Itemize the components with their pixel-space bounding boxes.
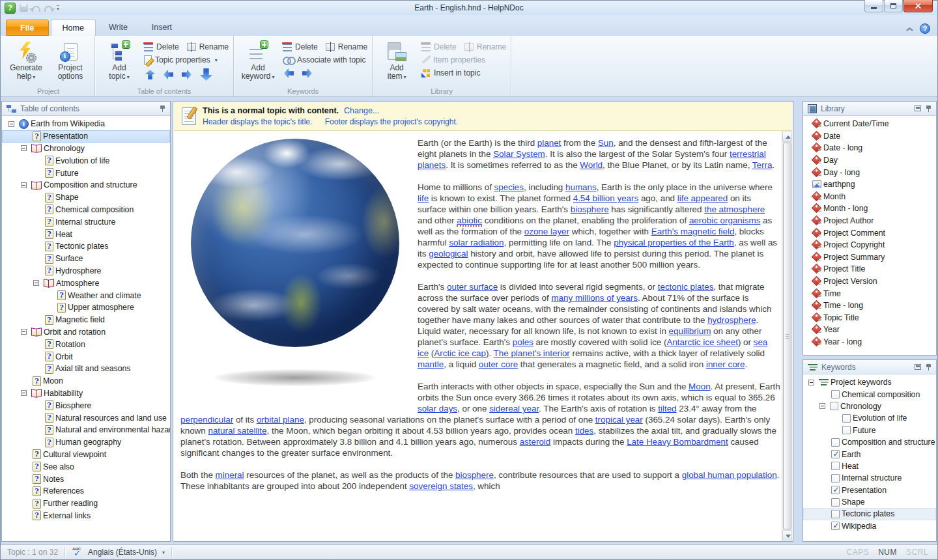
restore-button[interactable] (884, 0, 903, 12)
minimize-panel-icon[interactable] (915, 105, 921, 111)
keyword-item[interactable]: Shape (803, 496, 936, 508)
collapse-toggle-icon[interactable] (21, 390, 27, 396)
article-link[interactable]: the atmosphere (704, 204, 765, 214)
pin-icon[interactable] (926, 363, 931, 371)
keyword-checkbox[interactable] (831, 510, 840, 518)
library-item[interactable]: Time - long (803, 300, 936, 312)
rename-topic-button[interactable]: Rename (187, 42, 229, 51)
collapse-toggle-icon[interactable] (33, 280, 39, 286)
help-button[interactable]: ? (920, 23, 930, 34)
keyword-item[interactable]: Wikipedia (803, 520, 936, 532)
article-link[interactable]: aerobic organisms (689, 216, 760, 225)
collapse-toggle-icon[interactable] (21, 145, 27, 151)
library-item[interactable]: Project Author (803, 215, 936, 227)
library-item[interactable]: Topic Title (803, 312, 936, 324)
editor-scrollbar[interactable] (782, 132, 792, 540)
toc-item[interactable]: Magnetic field (2, 314, 170, 326)
keyword-item[interactable]: Chronology (803, 400, 936, 412)
keyword-item[interactable]: Earth (803, 448, 936, 460)
keyword-checkbox[interactable] (830, 402, 838, 410)
keyword-item[interactable]: Chemical composition (803, 388, 936, 400)
library-item[interactable]: Time (803, 287, 936, 300)
insert-in-topic-button[interactable]: Insert in topic (421, 68, 480, 77)
tab-write[interactable]: Write (98, 20, 139, 36)
library-item[interactable]: Project Comment (803, 227, 936, 239)
tab-file[interactable]: File (6, 20, 49, 36)
project-options-button[interactable]: Project options (51, 39, 90, 86)
add-keyword-button[interactable]: Add keyword▾ (238, 39, 277, 86)
article-link[interactable]: asteroid (520, 437, 551, 447)
toc-item[interactable]: Upper atmosphere (2, 301, 170, 314)
undo-icon[interactable] (32, 6, 40, 12)
article-link[interactable]: Sun (598, 138, 614, 148)
library-item[interactable]: Month - long (803, 203, 936, 215)
article-link[interactable]: Arctic ice cap (434, 348, 486, 358)
article-link[interactable]: inner core (706, 359, 745, 369)
article-link[interactable]: The planet's interior (494, 348, 570, 358)
toc-item[interactable]: Evolution of life (2, 154, 170, 167)
keyword-checkbox[interactable] (831, 498, 840, 507)
article-link[interactable]: mantle (418, 359, 444, 369)
collapse-toggle-icon[interactable] (819, 403, 825, 409)
article-link[interactable]: orbital plane (257, 415, 304, 425)
move-topic-up-button[interactable] (145, 70, 155, 79)
toc-item[interactable]: Habitability (2, 387, 170, 400)
collapse-toggle-icon[interactable] (21, 329, 27, 335)
library-item[interactable]: earthpng (803, 178, 936, 191)
keyword-checkbox[interactable] (831, 450, 840, 458)
collapse-toggle-icon[interactable] (21, 182, 27, 188)
keyword-checkbox[interactable] (831, 462, 840, 470)
toc-item[interactable]: See also (2, 460, 170, 473)
library-item[interactable]: Project Summary (803, 251, 936, 264)
article-link[interactable]: life (418, 193, 429, 203)
toc-item[interactable]: Heat (2, 228, 170, 240)
article-link[interactable]: biosphere (455, 470, 494, 480)
toc-item[interactable]: Chronology (2, 143, 170, 155)
toc-item[interactable]: Orbit and rotation (2, 326, 170, 339)
library-item[interactable]: Current Date/Time (803, 118, 936, 130)
article-link[interactable]: ozone layer (524, 227, 569, 236)
toc-item[interactable]: Surface (2, 253, 170, 265)
scroll-down-icon[interactable] (782, 530, 792, 540)
pin-icon[interactable] (160, 105, 165, 113)
article-link[interactable]: Earth's magnetic field (651, 227, 735, 236)
redo-icon[interactable] (44, 6, 53, 12)
article-link[interactable]: perpendicular (180, 415, 233, 425)
keyword-item[interactable]: Tectonic plates (803, 508, 936, 520)
toc-item[interactable]: Natural resources and land use (2, 412, 170, 424)
rename-keyword-button[interactable]: Rename (326, 42, 367, 51)
article-link[interactable]: tilted (658, 404, 676, 413)
toc-item[interactable]: Future (2, 167, 170, 179)
article-link[interactable]: Solar System (493, 149, 545, 159)
article-link[interactable]: Late Heavy Bombardment (627, 437, 728, 447)
article-link[interactable]: geological (429, 249, 468, 259)
article-link[interactable]: outer surface (447, 282, 498, 292)
library-item[interactable]: Day (803, 154, 936, 167)
toc-item[interactable]: Cultural viewpoint (2, 449, 170, 461)
toc-item[interactable]: Rotation (2, 338, 170, 350)
library-item[interactable]: Date - long (803, 142, 936, 154)
keyword-checkbox[interactable] (842, 426, 851, 434)
toc-item[interactable]: External links (2, 510, 170, 522)
keyword-item[interactable]: Heat (803, 460, 936, 472)
delete-keyword-button[interactable]: Delete (283, 42, 318, 51)
article-link[interactable]: hydrosphere (707, 315, 756, 325)
toc-item[interactable]: Atmosphere (2, 277, 170, 289)
toc-item[interactable]: Presentation (2, 130, 170, 143)
move-topic-left-button[interactable] (163, 70, 173, 79)
move-topic-right-button[interactable] (182, 70, 192, 79)
header-settings-link[interactable]: Header displays the topic's title. (203, 117, 312, 126)
article-link[interactable]: sidereal year (489, 404, 539, 413)
article-link[interactable]: solar days (418, 404, 457, 413)
keyword-item[interactable]: Presentation (803, 484, 936, 496)
toc-item[interactable]: Natural and environmental hazards (2, 424, 170, 436)
article-link[interactable]: many millions of years (551, 293, 637, 303)
toc-item[interactable]: Internal structure (2, 216, 170, 228)
library-item[interactable]: Date (803, 130, 936, 143)
move-keyword-left-button[interactable] (284, 68, 294, 78)
keyword-checkbox[interactable] (831, 438, 840, 447)
associate-with-topic-button[interactable]: Associate with topic (283, 55, 365, 64)
keyword-checkbox[interactable] (831, 474, 840, 483)
keyword-item[interactable]: Composition and structure (803, 436, 936, 448)
article-link[interactable]: global human population (682, 470, 777, 480)
